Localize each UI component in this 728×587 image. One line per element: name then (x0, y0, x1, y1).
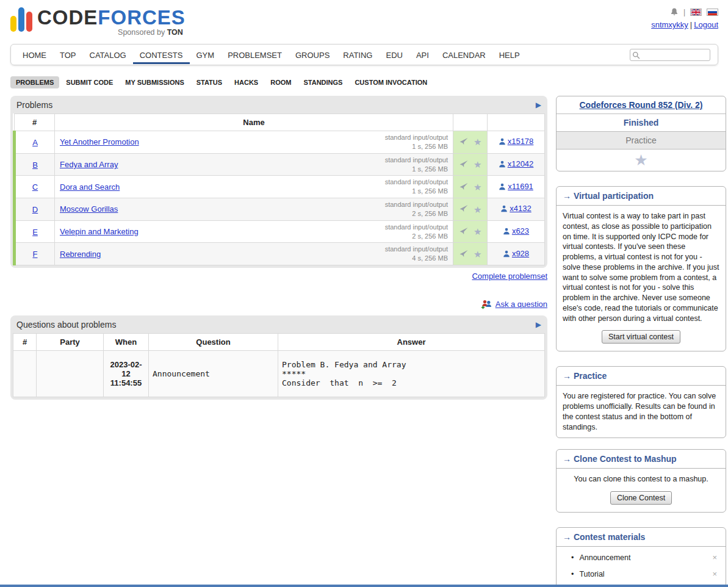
expand-arrow-icon[interactable]: ▶ (536, 101, 541, 109)
favorite-star-icon[interactable]: ★ (474, 182, 481, 192)
logo-word-forces: FORCES (98, 6, 186, 29)
col-solved (488, 114, 545, 131)
username-link[interactable]: sntmxykky (651, 20, 688, 29)
solved-user-icon (503, 228, 510, 237)
problems-header-row: # Name (15, 114, 545, 131)
clone-contest-button[interactable]: Clone Contest (610, 491, 672, 505)
contest-materials-caption: → Contest materials (557, 528, 726, 547)
close-icon[interactable]: × (712, 553, 718, 562)
nav-item-groups[interactable]: GROUPS (289, 45, 336, 64)
search-box (630, 49, 710, 61)
send-flag-icon[interactable] (459, 204, 469, 215)
favorite-star-icon[interactable]: ★ (474, 226, 481, 237)
tab-room[interactable]: ROOM (265, 76, 297, 88)
col-name: Name (55, 114, 453, 131)
problem-name-link[interactable]: Yet Another Promotion (60, 137, 139, 146)
problem-letter-link[interactable]: E (32, 228, 38, 237)
solved-count-link[interactable]: x12042 (508, 159, 534, 168)
contest-star-row: ★ (557, 149, 726, 171)
ask-question-icon (481, 299, 492, 309)
table-row: E Velepin and Marketing standard input/o… (15, 220, 545, 243)
nav-item-top[interactable]: TOP (53, 45, 83, 64)
search-input[interactable] (630, 49, 710, 61)
problem-constraints: standard input/output1 s, 256 MB (385, 133, 448, 151)
col-when: When (104, 334, 149, 351)
contest-favorite-star-icon[interactable]: ★ (634, 151, 647, 168)
header-right: | sntmxykky|Logout (651, 6, 718, 37)
ask-question-link[interactable]: Ask a question (496, 300, 547, 309)
header-separator: | (683, 8, 685, 16)
col-question-number: # (13, 334, 37, 351)
contest-subnav: PROBLEMS SUBMIT CODE MY SUBMISSIONS STAT… (10, 76, 718, 88)
logo-bars-icon (10, 6, 32, 32)
problem-name-link[interactable]: Velepin and Marketing (60, 227, 139, 236)
col-actions (453, 114, 488, 131)
start-virtual-contest-button[interactable]: Start virtual contest (602, 330, 680, 344)
close-icon[interactable]: × (712, 569, 718, 578)
nav-item-calendar[interactable]: CALENDAR (436, 45, 492, 64)
tab-custom-invocation[interactable]: CUSTOM INVOCATION (349, 76, 433, 88)
clone-contest-caption: → Clone Contest to Mashup (557, 450, 726, 469)
nav-item-gym[interactable]: GYM (190, 45, 222, 64)
problem-name-link[interactable]: Moscow Gorillas (60, 204, 118, 214)
nav-item-contests[interactable]: CONTESTS (133, 45, 190, 64)
tab-hacks[interactable]: HACKS (229, 76, 264, 88)
solved-count-link[interactable]: x4132 (510, 204, 531, 213)
favorite-star-icon[interactable]: ★ (474, 249, 481, 259)
russian-flag-icon[interactable] (707, 9, 718, 16)
logout-link[interactable]: Logout (694, 20, 718, 29)
problem-letter-link[interactable]: B (32, 160, 38, 170)
favorite-star-icon[interactable]: ★ (474, 137, 481, 147)
col-question: Question (149, 334, 278, 351)
solved-count-link[interactable]: x623 (512, 226, 529, 236)
col-number: # (15, 114, 55, 131)
solved-count-link[interactable]: x11691 (508, 182, 533, 191)
tab-status[interactable]: STATUS (191, 76, 228, 88)
contest-title-link[interactable]: Codeforces Round 852 (Div. 2) (579, 100, 702, 110)
problem-name-link[interactable]: Fedya and Array (60, 160, 118, 169)
col-answer: Answer (278, 334, 545, 351)
complete-problemset-row: Complete problemset (10, 272, 547, 281)
solved-count-link[interactable]: x928 (512, 249, 529, 258)
notifications-bell-icon[interactable] (670, 7, 679, 16)
clone-contest-text: You can clone this contest to a mashup. (557, 469, 726, 490)
tab-standings[interactable]: STANDINGS (298, 76, 348, 88)
practice-caption: → Practice (557, 367, 726, 386)
problem-letter-link[interactable]: D (32, 205, 38, 214)
complete-problemset-link[interactable]: Complete problemset (472, 272, 547, 281)
send-flag-icon[interactable] (459, 226, 469, 237)
material-tutorial-link[interactable]: Tutorial (579, 570, 604, 578)
sponsor-line: Sponsored by TON (37, 28, 186, 37)
nav-item-help[interactable]: HELP (492, 45, 527, 64)
nav-item-problemset[interactable]: PROBLEMSET (221, 45, 289, 64)
favorite-star-icon[interactable]: ★ (474, 159, 481, 170)
problem-letter-link[interactable]: C (32, 182, 38, 192)
nav-item-catalog[interactable]: CATALOG (83, 45, 133, 64)
send-flag-icon[interactable] (459, 182, 469, 193)
problem-letter-link[interactable]: F (33, 250, 38, 259)
problem-letter-link[interactable]: A (32, 138, 38, 147)
table-row: B Fedya and Array standard input/output1… (15, 153, 545, 176)
question-row: 2023-02-12 11:54:55 Announcement Problem… (13, 351, 545, 397)
send-flag-icon[interactable] (459, 159, 469, 170)
codeforces-logo[interactable]: CODEFORCES Sponsored by TON (10, 6, 186, 37)
send-flag-icon[interactable] (459, 137, 469, 148)
tab-submit-code[interactable]: SUBMIT CODE (60, 76, 118, 88)
solved-count-link[interactable]: x15178 (508, 137, 534, 146)
tab-problems[interactable]: PROBLEMS (10, 76, 59, 88)
send-flag-icon[interactable] (459, 249, 469, 260)
material-announcement-link[interactable]: Announcement (579, 553, 630, 562)
clone-button-row: Clone Contest (557, 490, 726, 512)
nav-item-api[interactable]: API (409, 45, 436, 64)
tab-my-submissions[interactable]: MY SUBMISSIONS (120, 76, 189, 88)
problem-name-link[interactable]: Rebrending (60, 250, 101, 259)
logo-bar-yellow (10, 16, 16, 32)
codeforces-page: CODEFORCES Sponsored by TON | (0, 0, 728, 587)
english-flag-icon[interactable] (690, 9, 702, 16)
problem-name-link[interactable]: Dora and Search (60, 182, 120, 192)
nav-item-home[interactable]: HOME (16, 45, 53, 64)
nav-item-edu[interactable]: EDU (379, 45, 409, 64)
expand-arrow-icon[interactable]: ▶ (536, 321, 541, 328)
favorite-star-icon[interactable]: ★ (474, 204, 481, 214)
nav-item-rating[interactable]: RATING (336, 45, 379, 64)
